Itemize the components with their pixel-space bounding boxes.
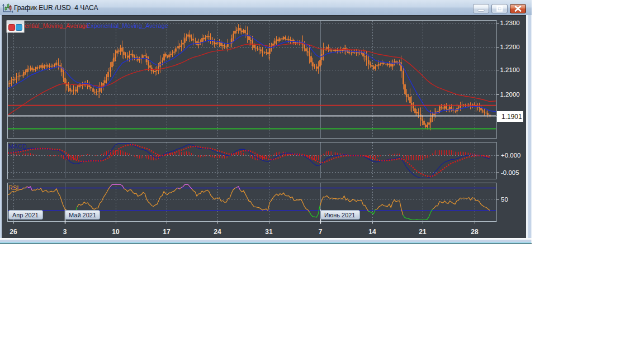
svg-text:24: 24 bbox=[214, 228, 221, 236]
svg-text:1.1901: 1.1901 bbox=[501, 113, 522, 121]
svg-text:14: 14 bbox=[368, 228, 376, 236]
svg-text:26: 26 bbox=[10, 228, 17, 236]
svg-text:28: 28 bbox=[471, 228, 479, 236]
svg-text:Exponential_Moving_Average: Exponential_Moving_Average bbox=[87, 22, 168, 29]
svg-text:Май 2021: Май 2021 bbox=[69, 212, 96, 218]
svg-text:1.2100: 1.2100 bbox=[500, 66, 520, 73]
svg-text:3: 3 bbox=[63, 228, 67, 236]
svg-text:Апр 2021: Апр 2021 bbox=[12, 212, 39, 218]
svg-text:+0.000: +0.000 bbox=[501, 152, 521, 159]
svg-text:1.2000: 1.2000 bbox=[500, 91, 520, 98]
svg-text:21: 21 bbox=[419, 228, 427, 236]
svg-text:1.2300: 1.2300 bbox=[500, 20, 520, 26]
svg-text:MACD: MACD bbox=[8, 143, 26, 150]
svg-text:Июнь 2021: Июнь 2021 bbox=[324, 212, 356, 218]
svg-text:-0.005: -0.005 bbox=[501, 169, 519, 176]
svg-text:7: 7 bbox=[319, 228, 323, 236]
svg-text:1.2200: 1.2200 bbox=[500, 44, 520, 50]
svg-text:50: 50 bbox=[501, 196, 508, 203]
svg-text:17: 17 bbox=[163, 228, 171, 236]
svg-text:10: 10 bbox=[112, 228, 120, 236]
svg-text:RSI: RSI bbox=[8, 184, 18, 191]
svg-text:ential_Moving_Average: ential_Moving_Average bbox=[25, 22, 89, 29]
svg-text:31: 31 bbox=[265, 228, 273, 236]
